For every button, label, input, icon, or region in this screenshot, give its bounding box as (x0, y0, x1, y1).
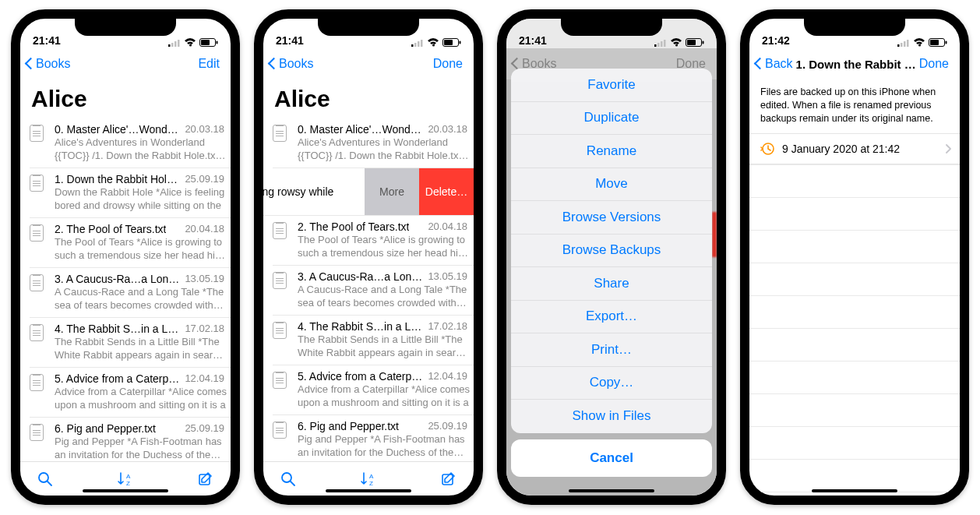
sheet-copy[interactable]: Copy… (511, 367, 712, 400)
svg-line-8 (48, 481, 51, 485)
sheet-export[interactable]: Export… (511, 301, 712, 334)
list-item-swiped[interactable]: abbit Hole.txt25.09.19 bbit Hole *Alice … (263, 168, 474, 216)
file-title: 1. Down the Rabbit Hole.txt (55, 173, 180, 185)
nav-bar: Books Edit (20, 48, 231, 79)
back-button[interactable]: Back (756, 57, 793, 71)
compose-button[interactable] (441, 471, 457, 487)
wifi-icon (427, 38, 439, 47)
swipe-more-button[interactable]: More (365, 168, 419, 215)
svg-rect-31 (897, 44, 900, 47)
svg-rect-0 (168, 44, 171, 47)
sheet-print[interactable]: Print… (511, 333, 712, 367)
action-sheet-backdrop[interactable]: Favorite Duplicate Rename Move Browse Ve… (506, 19, 717, 496)
home-indicator[interactable] (326, 489, 411, 492)
compose-button[interactable] (198, 471, 213, 487)
svg-rect-37 (946, 41, 947, 44)
compose-icon (198, 471, 213, 487)
done-button[interactable]: Done (919, 57, 954, 71)
file-preview: Alice's Adventures in Wonderland {{TOC}}… (298, 136, 471, 163)
sort-button[interactable]: AZ (117, 471, 134, 487)
sheet-favorite[interactable]: Favorite (511, 69, 712, 102)
cellular-icon (411, 39, 424, 47)
document-icon (30, 175, 44, 192)
backup-entry[interactable]: 9 January 2020 at 21:42 (749, 133, 960, 164)
file-date: 25.09.19 (428, 420, 471, 432)
file-list[interactable]: 0. Master Alice'…Wonderland.txt20.03.18A… (263, 118, 474, 461)
cellular-icon (168, 39, 181, 47)
compose-icon (441, 471, 457, 487)
cellular-icon (897, 39, 910, 47)
file-preview: Pig and Pepper *A Fish-Footman has an in… (298, 433, 471, 460)
file-title: 0. Master Alice'…Wonderland.txt (55, 123, 180, 136)
phone-backups: 21:42 Back 1. Down the Rabbit Hole.txt D… (740, 9, 969, 505)
nav-bar: Back 1. Down the Rabbit Hole.txt Done (749, 48, 960, 79)
list-item[interactable]: 2. The Pool of Tears.txt20.04.18The Pool… (273, 216, 474, 266)
svg-point-19 (282, 473, 291, 482)
document-icon (273, 422, 287, 439)
cellular-icon (654, 39, 667, 47)
svg-rect-29 (687, 40, 696, 45)
back-label: Back (765, 57, 793, 71)
list-item[interactable]: 0. Master Alice'…Wonderland.txt20.03.18A… (30, 118, 231, 168)
back-button[interactable]: Books (270, 57, 313, 71)
sheet-show-in-files[interactable]: Show in Files (511, 400, 712, 433)
battery-icon (686, 38, 704, 47)
done-button[interactable]: Done (433, 57, 467, 71)
search-button[interactable] (280, 471, 296, 487)
sheet-cancel-button[interactable]: Cancel (511, 439, 712, 477)
list-item[interactable]: 1. Down the Rabbit Hole.txt25.09.19Down … (30, 168, 231, 218)
file-preview: The Rabbit Sends in a Little Bill *The W… (55, 336, 227, 362)
chevron-left-icon (756, 57, 765, 71)
status-time: 21:41 (519, 34, 547, 47)
home-indicator[interactable] (569, 489, 654, 492)
wifi-icon (184, 38, 196, 47)
document-icon (30, 125, 44, 142)
file-date: 17.02.18 (185, 323, 227, 335)
list-item[interactable]: 5. Advice from a Caterpillar.txt12.04.19… (30, 368, 231, 418)
file-preview: The Pool of Tears *Alice is growing to s… (55, 236, 227, 263)
sheet-duplicate[interactable]: Duplicate (511, 102, 712, 136)
sort-button[interactable]: AZ (360, 471, 377, 487)
battery-icon (442, 38, 461, 47)
sheet-rename[interactable]: Rename (511, 135, 712, 168)
nav-bar: Books Done (263, 48, 474, 79)
svg-rect-14 (418, 41, 420, 47)
list-item[interactable]: 4. The Rabbit S…in a Little Bill.txt17.0… (273, 316, 474, 365)
list-item[interactable]: 3. A Caucus-Ra…a Long Tale.txt13.05.19A … (30, 268, 231, 318)
status-indicators (411, 38, 461, 47)
file-title: 4. The Rabbit S…in a Little Bill.txt (298, 320, 423, 333)
file-title: 4. The Rabbit S…in a Little Bill.txt (55, 323, 180, 335)
home-indicator[interactable] (812, 489, 897, 492)
action-sheet: Favorite Duplicate Rename Move Browse Ve… (511, 69, 712, 433)
list-item[interactable]: 0. Master Alice'…Wonderland.txt20.03.18A… (273, 118, 474, 168)
list-item[interactable]: 6. Pig and Pepper.txt25.09.19Pig and Pep… (273, 415, 474, 461)
wifi-icon (913, 38, 925, 47)
home-indicator[interactable] (83, 489, 168, 492)
phone-list: 21:41 Books Edit Alice 0. Master Alice'…… (11, 9, 240, 505)
edit-button[interactable]: Edit (198, 57, 224, 71)
file-list[interactable]: 0. Master Alice'…Wonderland.txt20.03.18A… (20, 118, 231, 461)
sheet-browse-versions[interactable]: Browse Versions (511, 201, 712, 235)
sheet-browse-backups[interactable]: Browse Backups (511, 235, 712, 268)
sheet-move[interactable]: Move (511, 168, 712, 202)
back-button[interactable]: Books (26, 57, 70, 71)
swipe-delete-button[interactable]: Delete… (419, 168, 474, 215)
file-title: 2. The Pool of Tears.txt (298, 220, 409, 233)
list-item[interactable]: 2. The Pool of Tears.txt20.04.18The Pool… (30, 218, 231, 268)
list-item[interactable]: 6. Pig and Pepper.txt25.09.19Pig and Pep… (30, 418, 231, 461)
svg-rect-32 (901, 43, 903, 47)
list-item[interactable]: 4. The Rabbit S…in a Little Bill.txt17.0… (30, 318, 231, 368)
svg-text:A: A (369, 473, 374, 480)
search-button[interactable] (37, 471, 53, 487)
status-time: 21:42 (762, 34, 790, 47)
status-indicators (897, 38, 947, 47)
file-date: 12.04.19 (428, 370, 471, 383)
sheet-share[interactable]: Share (511, 267, 712, 301)
file-date: 25.09.19 (185, 422, 227, 435)
file-date: 13.05.19 (185, 273, 227, 285)
file-date: 17.02.18 (428, 320, 471, 333)
list-item[interactable]: 5. Advice from a Caterpillar.txt12.04.19… (273, 365, 474, 415)
list-item[interactable]: 3. A Caucus-Ra…a Long Tale.txt13.05.19A … (273, 266, 474, 316)
battery-icon (929, 38, 947, 47)
file-preview: Pig and Pepper *A Fish-Footman has an in… (55, 436, 227, 461)
